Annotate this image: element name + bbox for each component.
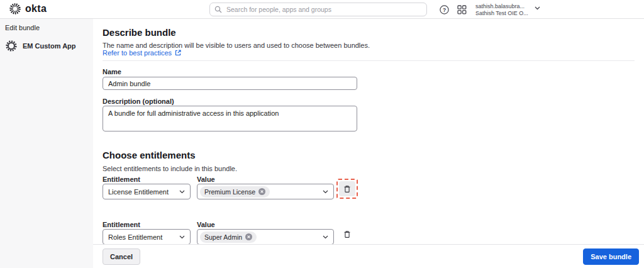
value-chip-label: Premium License [204, 188, 255, 196]
delete-entitlement-button[interactable] [339, 226, 355, 242]
okta-wordmark: okta [25, 3, 47, 14]
describe-bundle-title: Describe bundle [103, 27, 176, 38]
search-icon [214, 6, 222, 13]
value-chip: Premium License [200, 186, 270, 198]
value-chip-label: Super Admin [204, 233, 242, 241]
best-practices-link-label: Refer to best practices [103, 49, 172, 57]
chevron-down-icon [179, 190, 185, 194]
entitlement-select-value: License Entitlement [108, 188, 169, 196]
okta-sunburst-icon [9, 3, 21, 15]
delete-row-zone [339, 226, 355, 242]
search-input[interactable] [209, 3, 427, 16]
sidebar-title: Edit bundle [0, 19, 93, 31]
section-divider [103, 60, 635, 61]
name-label: Name [103, 68, 121, 75]
footer-bar: Cancel Save bundle [93, 244, 644, 268]
name-input[interactable] [103, 77, 357, 90]
svg-text:?: ? [443, 6, 446, 13]
user-org: Sathish Test OIE O... [475, 10, 528, 17]
chevron-down-icon [323, 190, 328, 194]
okta-logo[interactable]: okta [9, 3, 47, 15]
sidebar-item-em-custom-app[interactable]: EM Custom App [0, 31, 93, 52]
value-select[interactable]: Premium License [197, 184, 334, 199]
best-practices-link[interactable]: Refer to best practices [103, 49, 181, 57]
global-search [209, 3, 427, 16]
user-menu[interactable]: sathish.balasubra... Sathish Test OIE O.… [475, 3, 540, 16]
chip-remove-icon[interactable] [245, 233, 252, 240]
user-email: sathish.balasubra... [475, 3, 528, 10]
entitlement-label: Entitlement [103, 221, 191, 228]
help-icon[interactable]: ? [440, 5, 449, 14]
describe-bundle-subtitle: The name and description will be visible… [103, 42, 370, 49]
value-chip: Super Admin [200, 232, 257, 243]
entitlement-row: Entitlement Roles Entitlement Value Supe… [103, 221, 355, 245]
top-header: okta ? [0, 0, 644, 19]
description-label: Description (optional) [103, 98, 174, 105]
page: okta ? [0, 0, 644, 268]
chevron-down-icon [323, 235, 328, 239]
chevron-down-icon [535, 6, 540, 10]
save-bundle-button[interactable]: Save bundle [583, 248, 639, 265]
value-select[interactable]: Super Admin [197, 229, 334, 245]
sidebar: Edit bundle EM Custom App [0, 19, 93, 268]
gear-app-icon [5, 40, 18, 52]
sidebar-app-label: EM Custom App [23, 42, 76, 50]
cancel-button[interactable]: Cancel [103, 248, 140, 265]
delete-entitlement-button[interactable] [339, 181, 355, 196]
header-actions: ? [440, 0, 467, 19]
choose-entitlements-title: Choose entitlements [103, 150, 196, 160]
value-label: Value [197, 176, 334, 183]
chevron-down-icon [179, 235, 185, 239]
main-content: Describe bundle The name and description… [93, 19, 644, 268]
value-label: Value [197, 221, 334, 228]
entitlement-select-value: Roles Entitlement [108, 233, 162, 241]
description-textarea[interactable]: A bundle for full administrative access … [103, 106, 357, 131]
chip-remove-icon[interactable] [258, 188, 265, 195]
external-link-icon [175, 50, 181, 56]
entitlement-select[interactable]: License Entitlement [103, 184, 191, 199]
entitlement-label: Entitlement [103, 176, 191, 183]
delete-row-highlight [336, 179, 358, 199]
entitlement-select[interactable]: Roles Entitlement [103, 229, 191, 245]
apps-grid-icon[interactable] [457, 5, 467, 14]
entitlement-row: Entitlement License Entitlement Value Pr… [103, 176, 355, 199]
choose-entitlements-subtitle: Select entitlements to include in this b… [103, 165, 237, 172]
